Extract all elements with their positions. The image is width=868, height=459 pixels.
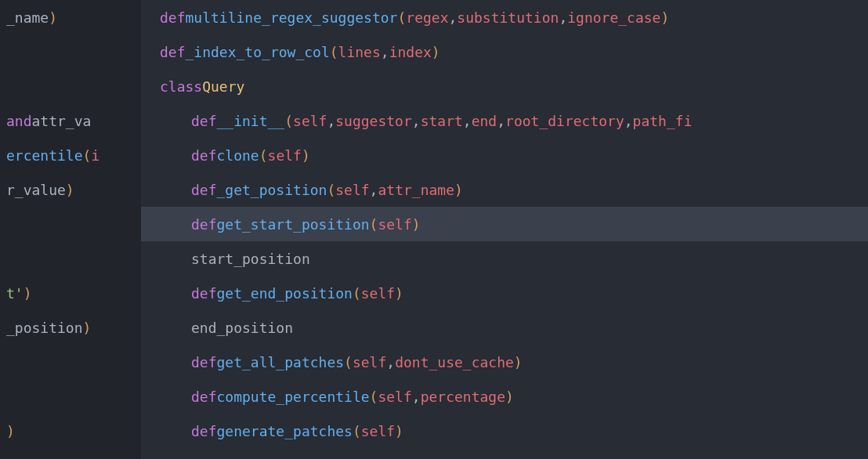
code-token: r_value	[6, 179, 66, 201]
outline-item[interactable]: def get_start_position(self)	[141, 207, 868, 241]
outline-item[interactable]: def __init__(self, suggestor, start, end…	[141, 103, 868, 138]
outline-token: (	[259, 145, 268, 166]
outline-token: )	[505, 386, 514, 407]
outline-item[interactable]: def clone(self)	[141, 138, 868, 172]
code-token: _position	[6, 317, 83, 338]
outline-token: )	[660, 7, 669, 28]
outline-item[interactable]: def compute_percentile(self, percentage)	[141, 379, 868, 414]
code-token: )	[83, 317, 92, 338]
outline-token: ,	[463, 110, 472, 132]
outline-token: ,	[370, 179, 378, 201]
code-token: t'	[6, 283, 24, 304]
outline-token: def	[191, 283, 217, 304]
outline-token: ,	[497, 110, 505, 132]
code-line[interactable]: ercentile(i	[0, 138, 141, 172]
outline-token: ,	[381, 42, 389, 63]
outline-token: self	[268, 145, 302, 166]
outline-token: self	[353, 352, 386, 373]
code-line[interactable]: _name)	[0, 0, 141, 34]
outline-token: )	[302, 145, 310, 166]
outline-token: def	[191, 214, 217, 235]
outline-token: index	[389, 42, 432, 63]
outline-token: ,	[448, 7, 457, 28]
outline-token: get_start_position	[217, 214, 370, 235]
code-token: )	[24, 283, 32, 304]
outline-token: )	[514, 352, 523, 373]
outline-token: class	[160, 76, 202, 97]
outline-item[interactable]: end_position	[141, 310, 868, 345]
code-line[interactable]	[0, 207, 141, 241]
code-line[interactable]: t')	[0, 276, 141, 310]
code-line[interactable]	[0, 379, 141, 414]
code-line[interactable]: and attr_va	[0, 103, 141, 138]
outline-token: start_position	[191, 248, 310, 269]
outline-token: __init__	[217, 110, 285, 132]
outline-token: def	[191, 179, 217, 201]
outline-token: generate_patches	[217, 421, 353, 442]
outline-token: root_directory	[505, 110, 624, 132]
outline-token: ,	[624, 110, 633, 132]
outline-token: def	[191, 386, 217, 407]
code-line[interactable]	[0, 345, 141, 379]
outline-token: path_fi	[633, 110, 693, 132]
outline-token: def	[191, 110, 217, 132]
outline-token: ignore_case	[567, 7, 660, 28]
outline-token: ,	[559, 7, 567, 28]
code-token: )	[49, 7, 57, 28]
outline-token: _index_to_row_col	[186, 42, 330, 63]
outline-token: substitution	[457, 7, 559, 28]
outline-token: compute_percentile	[217, 386, 370, 407]
outline-token: self	[335, 179, 369, 201]
code-token: i	[91, 145, 99, 166]
outline-token: self	[378, 214, 411, 235]
outline-token: )	[412, 214, 421, 235]
code-token: )	[66, 179, 74, 201]
outline-item[interactable]: def multiline_regex_suggestor(regex, sub…	[141, 0, 868, 34]
outline-token: attr_name	[378, 179, 454, 201]
outline-token: end_position	[191, 317, 293, 338]
outline-token: def	[160, 42, 186, 63]
outline-item[interactable]: def generate_patches(self)	[141, 414, 868, 448]
outline-token: (	[344, 352, 353, 373]
code-line[interactable]	[0, 34, 141, 69]
symbol-outline-panel[interactable]: def multiline_regex_suggestor(regex, sub…	[141, 0, 868, 459]
outline-token: (	[370, 386, 378, 407]
outline-item[interactable]: def get_all_patches(self, dont_use_cache…	[141, 345, 868, 379]
outline-token: (	[353, 283, 361, 304]
code-line[interactable]	[0, 69, 141, 103]
outline-item[interactable]: class Query	[141, 69, 868, 103]
outline-token: (	[397, 7, 406, 28]
outline-token: Query	[202, 76, 244, 97]
outline-token: def	[191, 421, 217, 442]
outline-token: ,	[386, 352, 395, 373]
outline-token: ,	[327, 110, 335, 132]
outline-token: get_end_position	[217, 283, 353, 304]
outline-token: percentage	[421, 386, 505, 407]
outline-token: ,	[412, 110, 421, 132]
outline-token: self	[378, 386, 411, 407]
outline-token: multiline_regex_suggestor	[186, 7, 398, 28]
outline-token: def	[160, 7, 186, 28]
outline-token: start	[421, 110, 463, 132]
outline-item[interactable]: start_position	[141, 241, 868, 276]
outline-item[interactable]: def _index_to_row_col(lines, index)	[141, 34, 868, 69]
code-token: _name	[6, 7, 49, 28]
outline-token: self	[293, 110, 327, 132]
outline-token: regex	[406, 7, 448, 28]
outline-token: )	[454, 179, 463, 201]
outline-token: def	[191, 145, 217, 166]
outline-token: _get_position	[217, 179, 327, 201]
editor-code-panel[interactable]: _name)and attr_vaercentile(ir_value)t')_…	[0, 0, 141, 459]
outline-token: end	[472, 110, 497, 132]
outline-token: (	[330, 42, 338, 63]
code-token: (	[83, 145, 92, 166]
outline-item[interactable]: def get_end_position(self)	[141, 276, 868, 310]
code-line[interactable]: r_value)	[0, 172, 141, 207]
code-line[interactable]	[0, 241, 141, 276]
outline-token: suggestor	[335, 110, 412, 132]
outline-token: (	[353, 421, 361, 442]
code-line[interactable]: )	[0, 414, 141, 448]
outline-item[interactable]: def _get_position(self, attr_name)	[141, 172, 868, 207]
outline-token: self	[361, 283, 395, 304]
code-line[interactable]: _position)	[0, 310, 141, 345]
